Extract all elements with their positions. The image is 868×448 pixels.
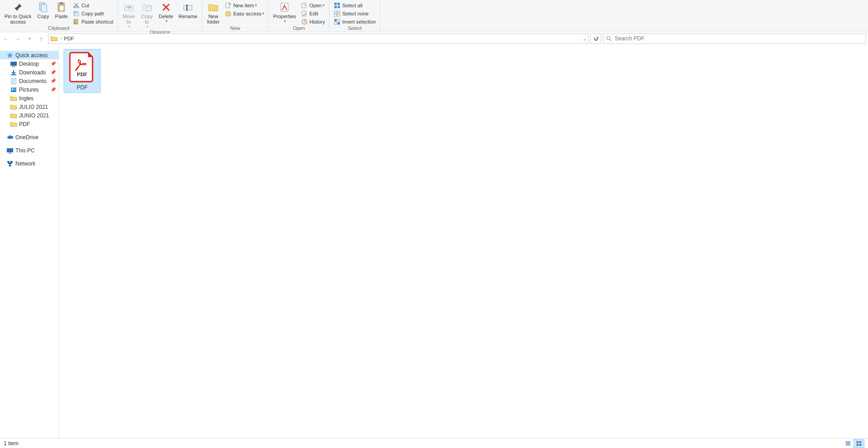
new-folder-button[interactable]: Newfolder [204, 1, 222, 25]
downloads-icon [10, 69, 17, 76]
large-icons-view-icon [856, 440, 862, 447]
ribbon-group-select: Select all Select none Invert selection … [329, 0, 380, 32]
folder-icon [10, 121, 17, 128]
copy-to-button[interactable]: Copyto ▾ [138, 1, 156, 29]
ribbon-group-new: Newfolder New item ▾ Easy access ▾ New [202, 0, 269, 32]
pin-icon: 📌 [50, 87, 56, 92]
sidebar-item-ingles[interactable]: Ingles [0, 94, 59, 102]
svg-point-37 [12, 88, 14, 90]
svg-rect-16 [281, 3, 288, 11]
forward-button[interactable]: → [13, 34, 23, 44]
sidebar-item-pictures[interactable]: Pictures 📌 [0, 85, 59, 94]
invert-selection-button[interactable]: Invert selection [331, 18, 378, 25]
navigation-pane: Quick access Desktop 📌 Downloads 📌 Docum… [0, 44, 59, 438]
recent-locations-button[interactable]: ▾ [25, 34, 34, 44]
folder-icon [10, 103, 17, 111]
rename-button[interactable]: Rename [176, 1, 201, 20]
select-all-icon [333, 2, 341, 9]
file-item[interactable]: PDF PDF [64, 49, 101, 93]
svg-rect-24 [334, 10, 337, 13]
delete-button[interactable]: Delete ▾ [156, 1, 176, 24]
sidebar-item-desktop[interactable]: Desktop 📌 [0, 59, 59, 68]
svg-rect-11 [184, 5, 192, 10]
copy-icon [38, 2, 49, 13]
svg-point-32 [607, 36, 610, 39]
status-bar: 1 item [0, 438, 868, 448]
chevron-down-icon: ▾ [284, 19, 286, 23]
sidebar-item-documents[interactable]: Documents 📌 [0, 77, 59, 85]
select-none-button[interactable]: Select none [331, 10, 378, 17]
up-button[interactable]: ↑ [36, 34, 46, 44]
folder-icon [10, 95, 17, 102]
pin-to-quick-access-button[interactable]: Pin to Quickaccess [2, 1, 34, 25]
ribbon-group-label: Clipboard [2, 25, 116, 32]
refresh-button[interactable] [590, 34, 601, 44]
refresh-icon [593, 36, 599, 42]
main-area: Quick access Desktop 📌 Downloads 📌 Docum… [0, 44, 868, 438]
svg-rect-4 [59, 5, 64, 11]
ribbon-group-label: New [204, 25, 266, 32]
svg-rect-22 [334, 5, 337, 8]
svg-rect-30 [334, 22, 337, 24]
sidebar-item-junio[interactable]: JUNIO 2021 [0, 111, 59, 120]
svg-rect-10 [147, 6, 151, 11]
back-button[interactable]: ← [1, 34, 11, 44]
svg-rect-39 [9, 153, 11, 154]
svg-text:PDF: PDF [77, 71, 87, 78]
pictures-icon [10, 86, 17, 93]
file-list[interactable]: PDF PDF [59, 44, 868, 438]
select-all-button[interactable]: Select all [331, 1, 378, 9]
thispc-icon [6, 147, 14, 154]
ribbon-group-label: Select [331, 25, 378, 32]
new-item-button[interactable]: New item ▾ [222, 1, 266, 9]
easy-access-icon [225, 10, 232, 17]
pdf-file-icon: PDF [69, 51, 96, 83]
view-large-icons-button[interactable] [853, 439, 864, 448]
open-button[interactable]: Open ▾ [299, 1, 327, 9]
edit-button[interactable]: Edit [299, 10, 327, 17]
new-folder-icon [208, 2, 219, 13]
svg-rect-3 [59, 2, 63, 4]
cut-button[interactable]: Cut [70, 1, 115, 9]
view-details-button[interactable] [843, 439, 853, 448]
sidebar-item-pdf[interactable]: PDF [0, 120, 59, 128]
chevron-down-icon: ▾ [262, 11, 264, 15]
breadcrumb-history-dropdown[interactable]: ⌄ [583, 36, 586, 41]
chevron-down-icon: ▾ [323, 3, 324, 7]
rename-icon [182, 2, 193, 13]
breadcrumb-separator[interactable]: › [59, 36, 63, 41]
sidebar-item-quick-access[interactable]: Quick access [0, 51, 59, 59]
copy-to-icon [142, 2, 152, 13]
search-input[interactable] [615, 35, 863, 42]
status-item-count: 1 item [4, 440, 19, 447]
breadcrumb-bar[interactable]: › PDF ⌄ [48, 34, 588, 44]
history-button[interactable]: History [299, 18, 327, 25]
paste-shortcut-button[interactable]: Paste shortcut [70, 18, 115, 25]
easy-access-button[interactable]: Easy access ▾ [222, 10, 266, 17]
sidebar-item-onedrive[interactable]: OneDrive [0, 133, 59, 141]
svg-rect-41 [10, 161, 13, 163]
svg-rect-31 [338, 22, 340, 24]
ribbon-group-open: Properties ▾ Open ▾ Edit History Op [269, 0, 329, 32]
ribbon: Pin to Quickaccess Copy Paste Cut Copy p… [0, 0, 868, 32]
copy-button[interactable]: Copy [34, 1, 52, 20]
paste-icon [56, 2, 67, 13]
search-box[interactable] [603, 34, 866, 44]
details-view-icon [845, 440, 851, 447]
move-to-button[interactable]: Moveto ▾ [120, 1, 138, 29]
svg-rect-29 [338, 19, 340, 21]
svg-rect-21 [338, 2, 340, 5]
search-icon [606, 36, 612, 42]
chevron-down-icon: ▾ [147, 24, 148, 29]
paste-button[interactable]: Paste [52, 1, 70, 20]
sidebar-item-thispc[interactable]: This PC [0, 146, 59, 155]
svg-rect-23 [338, 5, 340, 8]
sidebar-item-downloads[interactable]: Downloads 📌 [0, 68, 59, 77]
properties-button[interactable]: Properties ▾ [270, 1, 299, 24]
sidebar-item-julio[interactable]: JULIO 2021 [0, 102, 59, 111]
move-to-icon [123, 2, 134, 13]
copy-path-button[interactable]: Copy path [70, 10, 115, 17]
invert-selection-icon [333, 18, 341, 25]
sidebar-item-network[interactable]: Network [0, 159, 59, 168]
breadcrumb-segment[interactable]: PDF [63, 36, 75, 41]
